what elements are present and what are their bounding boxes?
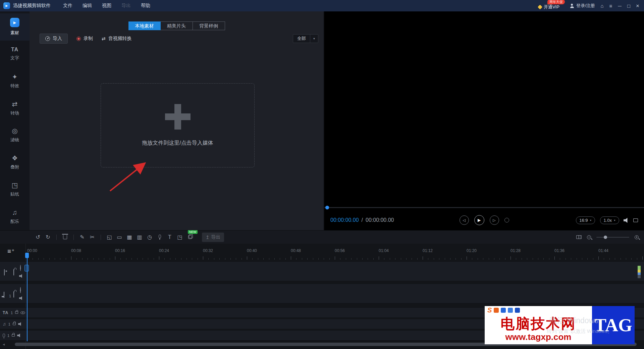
stickers-icon: ◳ (12, 182, 18, 189)
fullscreen-icon[interactable] (633, 218, 638, 222)
speed-dropdown[interactable]: 1.0x ▼ (600, 216, 619, 224)
lock-icon[interactable] (13, 323, 16, 325)
frame-view-icon[interactable] (576, 235, 582, 239)
timeline-zoom-slider[interactable] (596, 237, 629, 238)
ruler-tick (71, 256, 71, 260)
hamburger-menu-icon[interactable]: ≡ (609, 3, 612, 8)
crop-icon[interactable]: ◱ (106, 234, 112, 241)
mute-icon[interactable] (19, 274, 23, 278)
ruler-tick (340, 258, 340, 260)
stop-button[interactable] (504, 218, 509, 222)
sticker-icon[interactable]: ◳ (177, 234, 183, 241)
export-button[interactable]: ↥ 导出 (202, 233, 224, 242)
home-icon[interactable]: ⌂ (601, 3, 604, 8)
visibility-icon[interactable] (20, 265, 21, 271)
sidebar-item-material[interactable]: ▶ 素材 (0, 13, 30, 41)
sidebar-item-overlays[interactable]: ❖ 叠附 (0, 149, 30, 176)
sidebar-item-transitions[interactable]: ⇄ 转场 (0, 95, 30, 122)
sidebar-item-filters[interactable]: ◎ 滤镜 (0, 122, 30, 149)
ruler-tick (66, 258, 66, 260)
ruler-tick (104, 258, 104, 260)
app-logo-icon: ▶ (3, 2, 10, 9)
tab-intros[interactable]: 精美片头 (161, 21, 193, 30)
speed-icon[interactable]: ◷ (147, 234, 153, 241)
zoom-in-icon[interactable] (635, 235, 639, 239)
add-track-button[interactable]: ≡ + (7, 248, 14, 255)
ruler-tick (291, 256, 291, 260)
sidebar-item-stickers[interactable]: ◳ 贴纸 (0, 176, 30, 203)
subtitle-icon[interactable]: ▭ (116, 234, 122, 241)
minimize-icon[interactable]: ─ (618, 3, 622, 8)
lock-icon[interactable] (15, 311, 18, 314)
record-button[interactable]: 录制 (76, 36, 93, 42)
zoom-slider-thumb[interactable] (604, 236, 607, 239)
maximize-icon[interactable]: □ (627, 3, 630, 8)
lock-icon[interactable] (13, 269, 14, 276)
playhead-handle[interactable] (25, 253, 29, 258)
preview-screen (324, 11, 644, 206)
zoom-out-icon[interactable] (587, 235, 591, 239)
ruler-tick (335, 256, 335, 260)
convert-icon: ⇄ (102, 36, 106, 41)
login-button[interactable]: 登录/注册 (570, 3, 595, 9)
split-icon[interactable]: ✂ (89, 234, 95, 241)
close-icon[interactable]: × (636, 3, 639, 9)
ruler-tick (390, 258, 390, 260)
menu-file[interactable]: 文件 (58, 3, 77, 9)
voiceover-icon[interactable] (157, 234, 163, 241)
ruler-tick (49, 258, 50, 260)
play-button[interactable]: ▶ (474, 215, 484, 225)
ruler-tick (143, 258, 143, 260)
ruler-tick (137, 258, 138, 260)
tab-backgrounds[interactable]: 背景样例 (193, 21, 225, 30)
media-dropzone[interactable]: 拖放文件到这里/点击导入媒体 (101, 83, 255, 167)
video-track-lane[interactable] (0, 261, 644, 281)
scrubber-handle[interactable] (325, 206, 329, 209)
ruler-tick (434, 258, 434, 260)
timeline-ruler[interactable]: 00:0000:0800:1600:2400:3200:4000:4800:56… (25, 248, 644, 260)
ruler-tick (582, 258, 582, 260)
mosaic-icon[interactable]: ▦ (126, 234, 132, 241)
mute-icon[interactable] (18, 322, 22, 326)
aspect-ratio-dropdown[interactable]: 16:9 ▼ (576, 216, 595, 224)
sidebar-item-music[interactable]: ♫ 配乐 (0, 203, 30, 230)
preview-scrubber[interactable] (324, 207, 644, 208)
media-actions: 导入 录制 ⇄ 音视频转换 全部 ▼ (40, 34, 318, 44)
visibility-icon[interactable] (20, 311, 25, 314)
ruler-tick (538, 258, 538, 260)
menu-edit[interactable]: 编辑 (77, 3, 97, 9)
scroll-left-icon[interactable]: ◀ (3, 343, 5, 346)
ruler-tick (263, 258, 264, 260)
prev-frame-button[interactable]: ◁ (460, 215, 469, 225)
mute-icon[interactable] (19, 296, 23, 300)
tab-local-media[interactable]: 本地素材 (128, 21, 161, 30)
import-button[interactable]: 导入 (40, 34, 68, 44)
mute-icon[interactable] (17, 334, 21, 337)
overlay-track-lane[interactable]: 1 (0, 284, 644, 303)
visibility-icon[interactable] (20, 287, 21, 293)
undo-icon[interactable]: ↺ (35, 234, 41, 241)
volume-icon[interactable] (624, 218, 629, 223)
ruler-tick (577, 258, 577, 260)
sidebar-item-text[interactable]: TA 文字 (0, 41, 30, 68)
vip-button[interactable]: 周年大促 开通VIP (538, 4, 559, 10)
convert-button[interactable]: ⇄ 音视频转换 (102, 36, 132, 42)
overlay-track-header: 1 (0, 284, 25, 303)
export-icon: ↥ (206, 235, 210, 240)
text-tool-icon[interactable]: T (167, 234, 173, 241)
redo-icon[interactable]: ↻ (45, 234, 51, 241)
media-filter-dropdown[interactable]: 全部 ▼ (293, 34, 318, 43)
template-icon[interactable]: NEW (187, 234, 193, 241)
next-frame-button[interactable]: ▷ (490, 215, 499, 225)
ruler-tick (571, 258, 571, 260)
menu-view[interactable]: 视图 (97, 3, 116, 9)
delete-icon[interactable] (62, 234, 68, 241)
menu-help[interactable]: 帮助 (136, 3, 155, 9)
adjust-icon[interactable]: ▥ (137, 234, 143, 241)
sidebar-item-effects[interactable]: ✦ 特效 (0, 68, 30, 95)
ruler-tick (461, 258, 462, 260)
edit-clip-icon[interactable]: ✎ (79, 234, 85, 241)
lock-icon[interactable] (13, 291, 14, 298)
lock-icon[interactable] (12, 334, 15, 337)
app-window: ▶ 迅捷视频剪辑软件 文件 编辑 视图 导出 帮助 周年大促 开通VIP 登录/… (0, 0, 644, 349)
